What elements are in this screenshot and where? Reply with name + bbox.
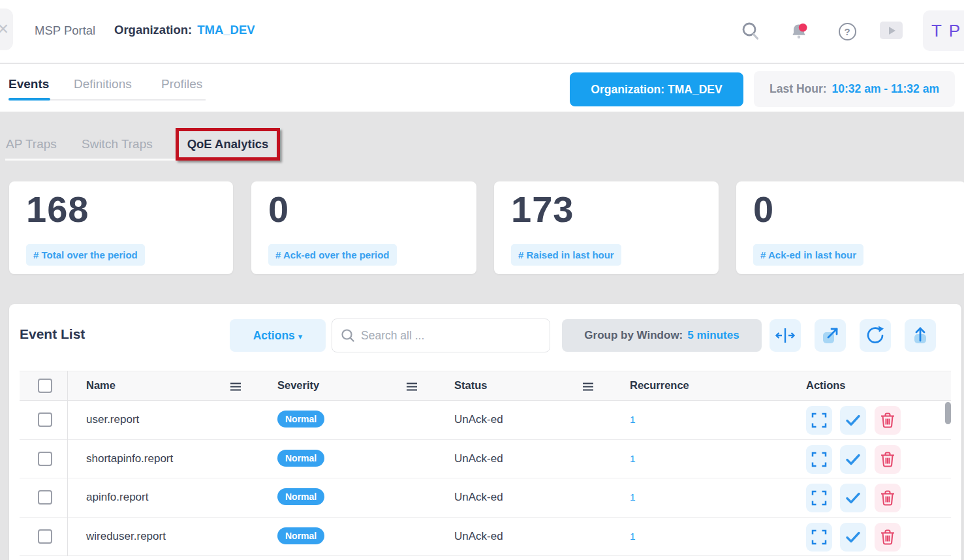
- tab-definitions[interactable]: Definitions: [74, 77, 132, 91]
- open-new-window-button[interactable]: [815, 319, 846, 352]
- search-input[interactable]: [361, 329, 531, 343]
- user-avatar[interactable]: T P: [923, 10, 964, 51]
- magnifier-glyph: [741, 22, 760, 41]
- column-resize-button[interactable]: [770, 319, 801, 352]
- corner-brackets-icon: [811, 412, 828, 429]
- corner-brackets-icon: [811, 529, 828, 546]
- stat-card-acked-hour: 0 # Ack-ed in last hour: [736, 181, 964, 274]
- notifications-icon[interactable]: [789, 22, 809, 41]
- delete-button[interactable]: [875, 484, 901, 512]
- breadcrumb: Organization:TMA_DEV: [114, 23, 255, 37]
- active-tab-underline: [8, 98, 50, 101]
- event-list-panel: Event List Actions▾ Group by Window: 5 m…: [9, 304, 962, 560]
- time-range-filter[interactable]: Last Hour: 10:32 am - 11:32 am: [754, 71, 955, 107]
- severity-badge: Normal: [277, 488, 324, 505]
- column-menu-icon[interactable]: [230, 382, 241, 392]
- trash-icon: [879, 412, 896, 429]
- actions-label: Actions: [253, 329, 295, 342]
- row-checkbox[interactable]: [38, 490, 52, 505]
- trash-icon: [879, 490, 896, 506]
- organization-link[interactable]: TMA_DEV: [197, 23, 255, 37]
- status-value: UnAck-ed: [454, 413, 503, 426]
- group-by-window-control[interactable]: Group by Window: 5 minutes: [562, 319, 762, 352]
- top-bar: ✕ MSP Portal Organization:TMA_DEV ? T: [0, 0, 964, 63]
- column-header-severity[interactable]: Severity: [277, 379, 319, 392]
- table-row: apinfo.report Normal UnAck-ed 1: [20, 478, 951, 518]
- row-checkbox[interactable]: [38, 452, 52, 466]
- export-button[interactable]: [905, 319, 936, 352]
- help-icon[interactable]: ?: [837, 22, 857, 41]
- column-header-name[interactable]: Name: [86, 379, 116, 392]
- table-header: Name Severity Status Recurrence Actions: [20, 371, 951, 401]
- organization-label: Organization:: [114, 23, 192, 37]
- subtab-qoe-analytics[interactable]: QoE Analytics: [187, 137, 269, 151]
- group-by-label: Group by Window:: [584, 329, 683, 342]
- event-name: user.report: [86, 413, 139, 426]
- search-field: [332, 319, 550, 352]
- acknowledge-button[interactable]: [840, 445, 866, 474]
- select-all-checkbox[interactable]: [38, 379, 52, 393]
- status-value: UnAck-ed: [454, 452, 503, 465]
- expand-event-button[interactable]: [806, 484, 832, 512]
- column-menu-icon[interactable]: [406, 382, 418, 392]
- recurrence-link[interactable]: 1: [630, 491, 636, 503]
- close-icon: ✕: [0, 21, 9, 38]
- stat-card-raised-hour: 173 # Raised in last hour: [494, 181, 719, 274]
- stat-label: # Ack-ed in last hour: [753, 244, 863, 266]
- table-row: wireduser.report Normal UnAck-ed 1: [20, 518, 951, 557]
- subtab-ap-traps[interactable]: AP Traps: [6, 137, 57, 151]
- delete-button[interactable]: [875, 523, 901, 552]
- refresh-button[interactable]: [860, 319, 891, 352]
- trash-icon: [879, 451, 896, 468]
- table-scrollbar[interactable]: [945, 402, 951, 424]
- acknowledge-button[interactable]: [840, 484, 866, 512]
- expand-event-button[interactable]: [806, 523, 832, 552]
- stat-value: 168: [26, 188, 89, 230]
- group-by-value: 5 minutes: [687, 329, 739, 342]
- stat-card-total: 168 # Total over the period: [9, 181, 233, 274]
- chevron-down-icon: ▾: [298, 332, 303, 341]
- acknowledge-button[interactable]: [840, 406, 866, 435]
- delete-button[interactable]: [875, 406, 901, 435]
- stat-label: # Total over the period: [26, 244, 145, 266]
- trash-icon: [879, 529, 896, 546]
- table-body: user.report Normal UnAck-ed 1 shortapinf…: [20, 401, 951, 556]
- severity-badge: Normal: [277, 527, 324, 544]
- check-icon: [845, 412, 862, 429]
- event-name: apinfo.report: [86, 491, 148, 504]
- recurrence-link[interactable]: 1: [630, 414, 636, 426]
- organization-filter-button[interactable]: Organization: TMA_DEV: [570, 72, 743, 106]
- collapse-button[interactable]: ✕: [0, 8, 13, 50]
- stat-value: 0: [753, 188, 774, 230]
- column-header-actions: Actions: [806, 379, 846, 392]
- check-icon: [845, 529, 862, 546]
- search-icon[interactable]: [741, 22, 760, 41]
- recurrence-link[interactable]: 1: [630, 531, 636, 542]
- corner-brackets-icon: [811, 490, 828, 506]
- expand-event-button[interactable]: [806, 445, 832, 474]
- portal-title: MSP Portal: [35, 23, 95, 38]
- column-divider: [67, 371, 68, 556]
- annotation-highlight-box: QoE Analytics: [176, 128, 280, 161]
- row-checkbox[interactable]: [38, 412, 52, 427]
- delete-button[interactable]: [875, 445, 901, 474]
- stat-label: # Raised in last hour: [511, 244, 621, 266]
- check-icon: [845, 451, 862, 468]
- expand-event-button[interactable]: [806, 406, 832, 435]
- tab-events[interactable]: Events: [8, 77, 49, 91]
- table-row: user.report Normal UnAck-ed 1: [20, 401, 951, 440]
- column-menu-icon[interactable]: [582, 382, 594, 392]
- actions-dropdown-button[interactable]: Actions▾: [230, 319, 326, 352]
- search-icon: [341, 328, 355, 343]
- play-glyph: [889, 27, 895, 35]
- time-range-value: 10:32 am - 11:32 am: [832, 82, 939, 96]
- column-header-status[interactable]: Status: [454, 379, 487, 392]
- subtab-switch-traps[interactable]: Switch Traps: [82, 137, 153, 151]
- recurrence-link[interactable]: 1: [630, 453, 636, 465]
- row-checkbox[interactable]: [38, 529, 52, 544]
- time-range-label: Last Hour:: [770, 82, 827, 96]
- column-header-recurrence[interactable]: Recurrence: [630, 379, 689, 392]
- tab-profiles[interactable]: Profiles: [161, 77, 202, 91]
- acknowledge-button[interactable]: [840, 523, 866, 552]
- video-tutorial-icon[interactable]: [880, 22, 903, 39]
